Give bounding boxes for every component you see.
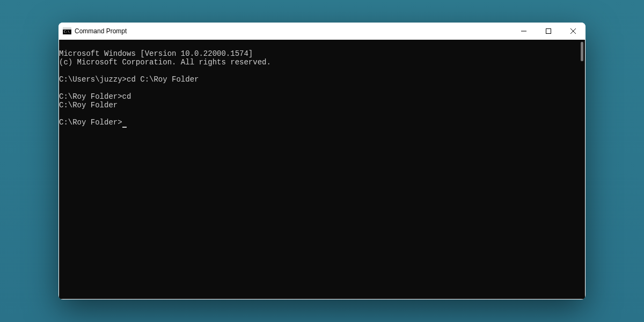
terminal-prompt: C:\Roy Folder> <box>59 118 122 127</box>
titlebar[interactable]: C:\ Command Prompt <box>58 23 586 40</box>
window-controls <box>511 23 586 40</box>
scrollbar[interactable] <box>577 40 585 299</box>
title-left: C:\ Command Prompt <box>63 27 127 35</box>
scrollbar-thumb[interactable] <box>581 42 583 61</box>
terminal-line: C:\Users\juzzy>cd C:\Roy Folder <box>59 75 199 84</box>
svg-text:C:\: C:\ <box>64 30 70 33</box>
terminal[interactable]: Microsoft Windows [Version 10.0.22000.15… <box>59 40 577 299</box>
terminal-prompt-line: C:\Roy Folder> <box>59 118 127 127</box>
terminal-line: C:\Roy Folder>cd <box>59 92 131 101</box>
minimize-button[interactable] <box>511 23 536 40</box>
svg-rect-4 <box>546 29 551 34</box>
terminal-line: Microsoft Windows [Version 10.0.22000.15… <box>59 49 253 58</box>
cursor-icon <box>122 127 127 128</box>
command-prompt-icon: C:\ <box>63 27 71 35</box>
maximize-button[interactable] <box>536 23 561 40</box>
terminal-container: Microsoft Windows [Version 10.0.22000.15… <box>58 40 586 299</box>
command-prompt-window: C:\ Command Prompt Microsoft Windows [Ve… <box>58 23 586 299</box>
window-title: Command Prompt <box>75 27 127 35</box>
terminal-line: C:\Roy Folder <box>59 101 118 109</box>
terminal-line: (c) Microsoft Corporation. All rights re… <box>59 58 271 67</box>
close-button[interactable] <box>561 23 586 40</box>
